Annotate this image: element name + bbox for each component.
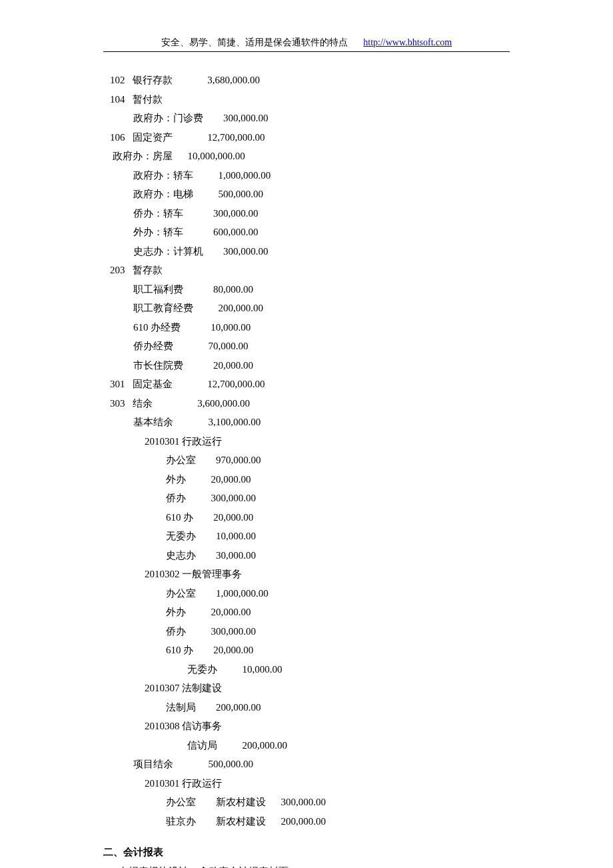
account-row: 203 暂存款 [103, 261, 510, 280]
account-row: 301 固定基金 12,700,000.00 [103, 375, 510, 394]
account-label: 2010307 法制建设 [145, 679, 222, 698]
account-label: 2010301 行政运行 [145, 432, 222, 451]
account-label: 外办：轿车 [133, 223, 183, 242]
account-row: 市长住院费 20,000.00 [103, 356, 510, 375]
account-label: 610 办经费 [133, 318, 181, 337]
account-label: 办公室 [166, 584, 196, 603]
account-label: 侨办 [166, 622, 186, 641]
account-label: 外办 [166, 470, 186, 489]
account-label: 2010308 信访事务 [145, 717, 222, 736]
account-amount: 新农村建设 [216, 793, 266, 812]
account-amount: 970,000.00 [216, 451, 261, 470]
account-label: 职工福利费 [133, 280, 183, 299]
account-row: 侨办：轿车 300,000.00 [103, 204, 510, 223]
account-label: 政府办：电梯 [133, 185, 193, 204]
account-row: 政府办：门诊费 300,000.00 [103, 109, 510, 128]
account-amount: 10,000.00 [211, 318, 251, 337]
account-label: 203 暂存款 [110, 261, 163, 280]
account-label: 侨办：轿车 [133, 204, 183, 223]
account-label: 职工教育经费 [133, 299, 193, 318]
header-text: 安全、易学、简捷、适用是保会通软件的特点 [161, 37, 348, 47]
account-row: 2010301 行政运行 [103, 432, 510, 451]
account-amount: 20,000.00 [211, 603, 251, 622]
account-label: 驻京办 [166, 812, 196, 831]
account-row: 610 办 20,000.00 [103, 508, 510, 527]
account-row: 史志办 30,000.00 [103, 546, 510, 565]
account-amount: 300,000.00 [223, 109, 269, 128]
account-amount: 12,700,000.00 [207, 128, 265, 147]
account-amount: 300,000.00 [223, 242, 269, 261]
account-label: 办公室 [166, 451, 196, 470]
account-row: 侨办 300,000.00 [103, 489, 510, 508]
accounts-list: 102 银行存款 3,680,000.00104 暂付款政府办：门诊费 300,… [103, 71, 510, 831]
account-label: 法制局 [166, 698, 196, 717]
account-amount: 10,000,000.00 [188, 147, 245, 166]
account-label: 无委办 [187, 660, 217, 679]
account-row: 610 办经费 10,000.00 [103, 318, 510, 337]
account-row: 侨办 300,000.00 [103, 622, 510, 641]
account-label: 办公室 [166, 793, 196, 812]
account-amount: 200,000.00 [243, 736, 288, 755]
account-amount: 500,000.00 [209, 755, 254, 774]
account-label: 政府办：轿车 [133, 166, 193, 185]
page-header: 安全、易学、简捷、适用是保会通软件的特点 http://www.bhtsoft.… [103, 37, 510, 49]
account-label: 303 结余 [110, 394, 153, 413]
account-label: 301 固定基金 [110, 375, 173, 394]
account-row: 信访局 200,000.00 [103, 736, 510, 755]
account-label: 项目结余 [133, 755, 173, 774]
account-amount: 300,000.00 [211, 622, 257, 641]
account-row: 驻京办 新农村建设 200,000.00 [103, 812, 510, 831]
account-amount: 500,000.00 [219, 185, 264, 204]
account-label: 侨办 [166, 489, 186, 508]
account-amount: 300,000.00 [213, 204, 259, 223]
account-amount: 10,000.00 [243, 660, 283, 679]
account-amount: 3,680,000.00 [207, 71, 260, 90]
account-row: 政府办：房屋 10,000,000.00 [103, 147, 510, 166]
account-row: 法制局 200,000.00 [103, 698, 510, 717]
account-row: 办公室 970,000.00 [103, 451, 510, 470]
account-label: 信访局 [187, 736, 217, 755]
account-label: 610 办 [166, 641, 193, 660]
account-row: 项目结余 500,000.00 [103, 755, 510, 774]
account-row: 职工福利费 80,000.00 [103, 280, 510, 299]
account-amount: 10,000.00 [216, 527, 256, 546]
account-row: 无委办 10,000.00 [103, 527, 510, 546]
account-row: 史志办：计算机 300,000.00 [103, 242, 510, 261]
account-row: 102 银行存款 3,680,000.00 [103, 71, 510, 90]
account-row: 外办：轿车 600,000.00 [103, 223, 510, 242]
account-row: 2010308 信访事务 [103, 717, 510, 736]
account-row: 106 固定资产 12,700,000.00 [103, 128, 510, 147]
section2-title: 二、会计报表 [103, 843, 510, 862]
account-amount: 1,000,000.00 [219, 166, 271, 185]
account-row: 职工教育经费 200,000.00 [103, 299, 510, 318]
account-label: 政府办：门诊费 [133, 109, 203, 128]
account-amount: 3,100,000.00 [209, 413, 261, 432]
account-row: 外办 20,000.00 [103, 603, 510, 622]
account-label: 侨办经费 [133, 337, 173, 356]
account-row: 104 暂付款 [103, 90, 510, 109]
account-amount: 20,000.00 [213, 508, 253, 527]
account-amount: 20,000.00 [213, 641, 253, 660]
account-label: 102 银行存款 [110, 71, 173, 90]
account-label: 外办 [166, 603, 186, 622]
account-extra: 300,000.00 [281, 793, 326, 812]
account-row: 办公室 新农村建设 300,000.00 [103, 793, 510, 812]
account-label: 基本结余 [133, 413, 173, 432]
account-amount: 200,000.00 [219, 299, 264, 318]
header-divider [103, 51, 510, 52]
account-row: 办公室 1,000,000.00 [103, 584, 510, 603]
account-amount: 1,000,000.00 [216, 584, 269, 603]
account-row: 政府办：轿车 1,000,000.00 [103, 166, 510, 185]
account-amount: 20,000.00 [211, 470, 251, 489]
account-amount: 20,000.00 [213, 356, 253, 375]
account-amount: 300,000.00 [211, 489, 257, 508]
account-label: 2010301 行政运行 [145, 774, 222, 793]
account-amount: 80,000.00 [213, 280, 253, 299]
section2-line1: 1、在报表模块设计一个动态会计报表封面 [103, 862, 510, 869]
account-label: 106 固定资产 [110, 128, 173, 147]
account-label: 2010302 一般管理事务 [145, 565, 242, 584]
account-label: 政府办：房屋 [113, 147, 173, 166]
account-row: 2010302 一般管理事务 [103, 565, 510, 584]
account-label: 市长住院费 [133, 356, 183, 375]
header-link[interactable]: http://www.bhtsoft.com [363, 37, 452, 47]
